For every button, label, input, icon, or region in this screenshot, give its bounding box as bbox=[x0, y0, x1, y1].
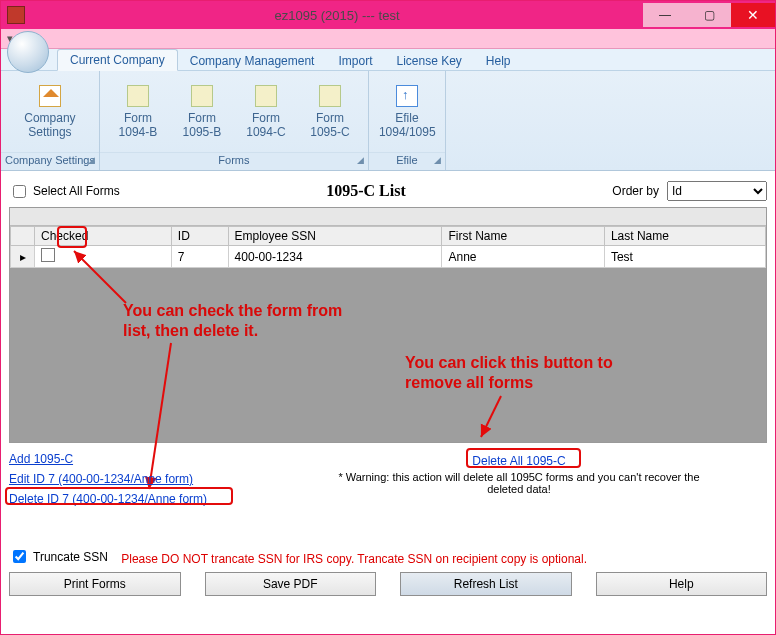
document-icon bbox=[319, 85, 341, 107]
save-pdf-button[interactable]: Save PDF bbox=[205, 572, 377, 596]
ribbon-form-1094-b[interactable]: Form 1094-B bbox=[110, 85, 166, 139]
delete-all-warning: * Warning: this action will delete all 1… bbox=[329, 471, 709, 495]
refresh-list-button[interactable]: Refresh List bbox=[400, 572, 572, 596]
minimize-button[interactable]: — bbox=[643, 3, 687, 27]
column-last-name[interactable]: Last Name bbox=[604, 227, 765, 246]
ribbon-company-settings[interactable]: Company Settings bbox=[22, 85, 78, 139]
truncate-ssn-input[interactable] bbox=[13, 550, 26, 563]
close-button[interactable]: ✕ bbox=[731, 3, 775, 27]
cell-first: Anne bbox=[442, 246, 604, 268]
tab-import[interactable]: Import bbox=[326, 51, 384, 71]
tab-help[interactable]: Help bbox=[474, 51, 523, 71]
document-icon bbox=[191, 85, 213, 107]
document-icon bbox=[127, 85, 149, 107]
ribbon-item-label: Company Settings bbox=[22, 111, 78, 139]
ribbon-group-caption: Company Settings◢ bbox=[1, 152, 99, 170]
window-title: ez1095 (2015) --- test bbox=[31, 8, 643, 23]
column-first-name[interactable]: First Name bbox=[442, 227, 604, 246]
titlebar: ez1095 (2015) --- test — ▢ ✕ bbox=[1, 1, 775, 29]
select-all-label: Select All Forms bbox=[33, 184, 120, 198]
tab-license-key[interactable]: License Key bbox=[384, 51, 473, 71]
home-icon bbox=[39, 85, 61, 107]
select-all-checkbox[interactable]: Select All Forms bbox=[9, 182, 120, 201]
delete-all-link[interactable]: Delete All 1095-C bbox=[472, 454, 565, 468]
help-button[interactable]: Help bbox=[596, 572, 768, 596]
ribbon-form-1095-c[interactable]: Form 1095-C bbox=[302, 85, 358, 139]
ribbon-item-label: Efile 1094/1095 bbox=[379, 111, 435, 139]
print-forms-button[interactable]: Print Forms bbox=[9, 572, 181, 596]
app-orb-button[interactable] bbox=[7, 31, 49, 73]
quick-access-toolbar: ▾ bbox=[1, 29, 775, 49]
add-1095c-link[interactable]: Add 1095-C bbox=[9, 452, 73, 466]
dialog-launcher-icon[interactable]: ◢ bbox=[357, 155, 364, 165]
ribbon-item-label: Form 1095-C bbox=[302, 111, 358, 139]
truncate-ssn-label: Truncate SSN bbox=[33, 550, 108, 564]
truncate-ssn-checkbox[interactable]: Truncate SSN bbox=[9, 547, 108, 566]
edit-form-link[interactable]: Edit ID 7 (400-00-1234/Anne form) bbox=[9, 472, 193, 486]
document-icon bbox=[255, 85, 277, 107]
order-by-label: Order by bbox=[612, 184, 659, 198]
ribbon: Company SettingsCompany Settings◢Form 10… bbox=[1, 71, 775, 171]
ribbon-form-1094-c[interactable]: Form 1094-C bbox=[238, 85, 294, 139]
ribbon-form-1095-b[interactable]: Form 1095-B bbox=[174, 85, 230, 139]
arrow-up-icon bbox=[396, 85, 418, 107]
column-id[interactable]: ID bbox=[171, 227, 228, 246]
tab-current-company[interactable]: Current Company bbox=[57, 49, 178, 71]
ribbon-efile-1094-1095[interactable]: Efile 1094/1095 bbox=[379, 85, 435, 139]
dialog-launcher-icon[interactable]: ◢ bbox=[434, 155, 441, 165]
delete-form-link[interactable]: Delete ID 7 (400-00-1234/Anne form) bbox=[9, 492, 207, 506]
row-selector-icon[interactable]: ▸ bbox=[11, 246, 35, 268]
ribbon-item-label: Form 1094-C bbox=[238, 111, 294, 139]
cell-id: 7 bbox=[171, 246, 228, 268]
cell-last: Test bbox=[604, 246, 765, 268]
maximize-button[interactable]: ▢ bbox=[687, 3, 731, 27]
column-employee-ssn[interactable]: Employee SSN bbox=[228, 227, 442, 246]
tab-company-management[interactable]: Company Management bbox=[178, 51, 327, 71]
list-title: 1095-C List bbox=[128, 182, 605, 200]
grid[interactable]: CheckedIDEmployee SSNFirst NameLast Name… bbox=[9, 207, 767, 443]
order-by-select[interactable]: Id bbox=[667, 181, 767, 201]
app-icon bbox=[7, 6, 25, 24]
select-all-checkbox-input[interactable] bbox=[13, 185, 26, 198]
dialog-launcher-icon[interactable]: ◢ bbox=[88, 155, 95, 165]
ribbon-item-label: Form 1095-B bbox=[174, 111, 230, 139]
table-row[interactable]: ▸7400-00-1234AnneTest bbox=[11, 246, 766, 268]
row-checkbox[interactable] bbox=[41, 248, 55, 262]
cell-ssn: 400-00-1234 bbox=[228, 246, 442, 268]
ribbon-group-caption: Forms◢ bbox=[100, 152, 368, 170]
ribbon-item-label: Form 1094-B bbox=[110, 111, 166, 139]
truncate-ssn-note: Please DO NOT trancate SSN for IRS copy.… bbox=[121, 552, 587, 566]
column-checked[interactable]: Checked bbox=[35, 227, 172, 246]
ribbon-tab-row: Current CompanyCompany ManagementImportL… bbox=[1, 49, 775, 71]
ribbon-group-caption: Efile◢ bbox=[369, 152, 445, 170]
